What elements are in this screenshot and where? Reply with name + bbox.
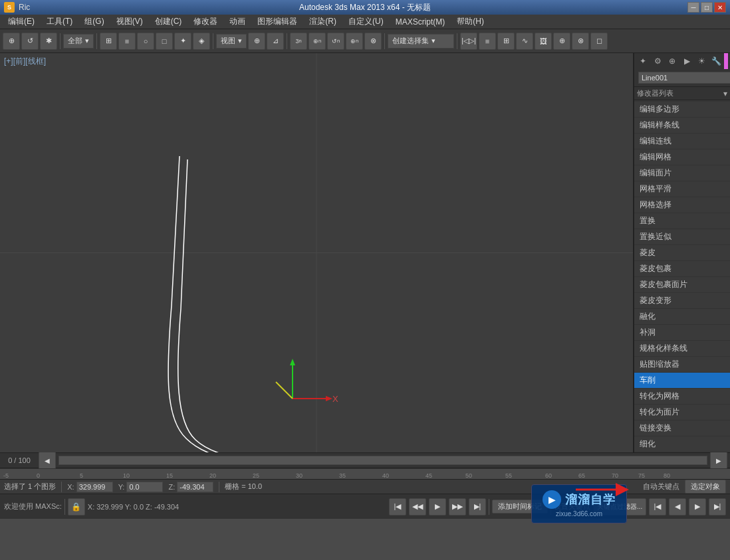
tab-display[interactable]: ☀ bbox=[695, 54, 708, 68]
y-input[interactable] bbox=[126, 482, 163, 492]
bottom-sep1 bbox=[64, 499, 65, 515]
modifier-normalize-spline[interactable]: 规格化样条线 bbox=[634, 341, 730, 357]
menu-view[interactable]: 视图(V) bbox=[111, 15, 148, 29]
playback-start[interactable]: |◀ bbox=[389, 498, 406, 515]
arrow-indicator bbox=[576, 480, 629, 502]
playback-next[interactable]: ▶▶ bbox=[449, 498, 466, 515]
modifier-dropdown-arrow[interactable]: ▾ bbox=[723, 89, 727, 98]
menu-modifier[interactable]: 修改器 bbox=[188, 15, 223, 29]
modifier-meshselect[interactable]: 网格选择 bbox=[634, 197, 730, 213]
toolbar-btn-6[interactable]: □ bbox=[156, 33, 173, 50]
timeline-scrubber[interactable] bbox=[59, 456, 707, 465]
menu-group[interactable]: 组(G) bbox=[79, 15, 109, 29]
z-input[interactable] bbox=[177, 482, 213, 492]
modifier-editmesh[interactable]: 编辑网格 bbox=[634, 149, 730, 165]
modifier-editspline[interactable]: 编辑样条线 bbox=[634, 118, 730, 134]
toolbar-btn-9[interactable]: ⊕ bbox=[248, 33, 265, 50]
autokey-label: 自动关键点 bbox=[643, 482, 679, 492]
modifier-uvwscaler[interactable]: 贴图缩放器 bbox=[634, 357, 730, 373]
menu-tools[interactable]: 工具(T) bbox=[41, 15, 78, 29]
transport-4[interactable]: ▶| bbox=[709, 498, 726, 515]
modifier-meshsmooth[interactable]: 网格平滑 bbox=[634, 181, 730, 197]
selection-text: 选择了 1 个图形 bbox=[4, 482, 56, 492]
modifier-convertpatch[interactable]: 转化为面片 bbox=[634, 405, 730, 420]
modifier-skin-deform[interactable]: 菱皮变形 bbox=[634, 293, 730, 309]
timeline-left-btn[interactable]: ◀ bbox=[39, 452, 56, 469]
toolbar-anim-4[interactable]: ⊕n bbox=[346, 33, 363, 50]
toolbar-btn-7[interactable]: ✦ bbox=[174, 33, 191, 50]
modifier-stack-label: 修改器列表 bbox=[637, 88, 673, 98]
modifier-editpoly[interactable]: 编辑多边形 bbox=[634, 102, 730, 118]
modifier-skin-wrap[interactable]: 菱皮 bbox=[634, 245, 730, 261]
menu-grapheditor[interactable]: 图形编辑器 bbox=[252, 15, 303, 29]
toolbar-btn-3[interactable]: ⊞ bbox=[100, 33, 117, 50]
toolbar-anim-2[interactable]: ⊕n bbox=[308, 33, 326, 50]
modifier-melt[interactable]: 融化 bbox=[634, 309, 730, 325]
modifier-tessellate2[interactable]: 细化 bbox=[634, 436, 730, 452]
modifier-editpatch[interactable]: 编辑面片 bbox=[634, 165, 730, 181]
modifier-linktransform[interactable]: 链接变换 bbox=[634, 420, 730, 436]
modifier-skin-wrap3[interactable]: 菱皮包裹面片 bbox=[634, 277, 730, 293]
menu-edit[interactable]: 编辑(E) bbox=[3, 15, 40, 29]
modifier-lathe[interactable]: 车削 bbox=[634, 373, 730, 389]
selection-filter-dropdown[interactable]: 全部 ▾ bbox=[63, 34, 94, 48]
toolbar-render4-btn[interactable]: ◻ bbox=[590, 33, 608, 50]
transport-2[interactable]: ◀ bbox=[669, 498, 686, 515]
toolbar-scale-btn[interactable]: ✱ bbox=[40, 33, 57, 50]
modifier-displace[interactable]: 置换 bbox=[634, 213, 730, 229]
close-button[interactable]: ✕ bbox=[714, 2, 726, 13]
tab-modify[interactable]: ⚙ bbox=[651, 54, 664, 68]
tab-hierarchy[interactable]: ⊕ bbox=[666, 54, 679, 68]
playback-play[interactable]: ▶ bbox=[429, 498, 446, 515]
toolbar-sep6 bbox=[457, 33, 457, 49]
toolbar-mirror-btn[interactable]: |◁▷| bbox=[460, 33, 477, 50]
watermark-play-icon: ▶ bbox=[548, 494, 556, 505]
modifier-cap-holes[interactable]: 补洞 bbox=[634, 325, 730, 341]
menu-maxscript[interactable]: MAXScript(M) bbox=[390, 16, 451, 28]
playback-prev[interactable]: ◀◀ bbox=[409, 498, 426, 515]
menu-animation[interactable]: 动画 bbox=[224, 15, 251, 29]
view-dropdown[interactable]: 视图 ▾ bbox=[216, 34, 247, 48]
named-selection-dropdown[interactable]: 创建选择集 ▾ bbox=[388, 34, 454, 48]
toolbar-btn-10[interactable]: ⊿ bbox=[267, 33, 284, 50]
tab-motion[interactable]: ▶ bbox=[680, 54, 693, 68]
x-input[interactable] bbox=[76, 482, 113, 492]
transport-1[interactable]: |◀ bbox=[649, 498, 666, 515]
timeline-right-btn[interactable]: ▶ bbox=[710, 452, 727, 469]
menu-help[interactable]: 帮助(H) bbox=[451, 15, 489, 29]
toolbar-align-btn[interactable]: ≡ bbox=[479, 33, 496, 50]
modifier-skin-wrap2[interactable]: 菱皮包裹 bbox=[634, 261, 730, 277]
toolbar-btn-8[interactable]: ◈ bbox=[193, 33, 210, 50]
toolbar-rotate-btn[interactable]: ↺ bbox=[21, 33, 39, 50]
tab-create[interactable]: ✦ bbox=[636, 54, 650, 68]
lock-icon[interactable]: 🔒 bbox=[68, 498, 85, 515]
viewport-label: [+][前][线框] bbox=[4, 56, 46, 67]
toolbar-layer-btn[interactable]: ⊞ bbox=[497, 33, 515, 50]
toolbar-btn-4[interactable]: ≡ bbox=[118, 33, 136, 50]
modifier-displaceapprox[interactable]: 置换近似 bbox=[634, 229, 730, 245]
toolbar-render3-btn[interactable]: ⊗ bbox=[572, 33, 589, 50]
selectobj-btn[interactable]: 选定对象 bbox=[685, 480, 726, 494]
menu-create[interactable]: 创建(C) bbox=[150, 15, 187, 29]
playback-end[interactable]: ▶| bbox=[469, 498, 486, 515]
modifier-editline[interactable]: 编辑连线 bbox=[634, 134, 730, 149]
menu-render[interactable]: 渲染(R) bbox=[304, 15, 342, 29]
minimize-button[interactable]: ─ bbox=[687, 2, 699, 13]
toolbar-btn-5[interactable]: ○ bbox=[137, 33, 154, 50]
toolbar-curve-btn[interactable]: ∿ bbox=[516, 33, 533, 50]
toolbar-anim-1[interactable]: 3n bbox=[290, 33, 307, 50]
toolbar-anim-3[interactable]: ↺n bbox=[327, 33, 344, 50]
maximize-button[interactable]: □ bbox=[701, 2, 713, 13]
ruler-mark-15: 15 bbox=[166, 472, 173, 479]
toolbar-select-btn[interactable]: ⊕ bbox=[3, 33, 20, 50]
viewport[interactable]: [+][前][线框] bbox=[0, 53, 634, 452]
object-name-input[interactable] bbox=[638, 72, 730, 84]
toolbar-render2-btn[interactable]: ⊕ bbox=[553, 33, 570, 50]
modifier-list[interactable]: 曲面变形 替换 树枝 松弛 光性 样条线 IK 控制 样条线选择 横截面 法线 … bbox=[634, 100, 730, 452]
menu-custom[interactable]: 自定义(U) bbox=[343, 15, 389, 29]
toolbar-anim-5[interactable]: ⊗ bbox=[364, 33, 382, 50]
toolbar-render1-btn[interactable]: 🖼 bbox=[535, 33, 552, 50]
modifier-convertmesh[interactable]: 转化为网格 bbox=[634, 389, 730, 405]
tab-utilities[interactable]: 🔧 bbox=[709, 54, 723, 68]
transport-3[interactable]: ▶ bbox=[689, 498, 706, 515]
